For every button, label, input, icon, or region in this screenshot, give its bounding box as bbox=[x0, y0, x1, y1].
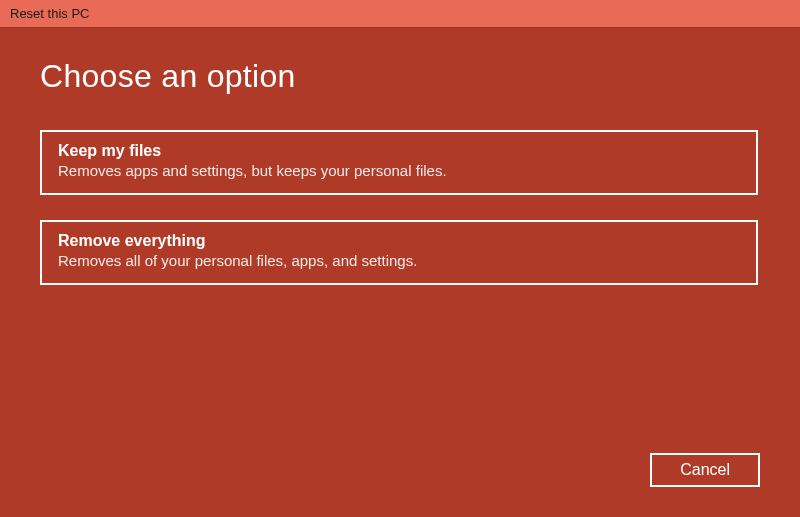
dialog-footer: Cancel bbox=[650, 453, 760, 487]
cancel-button[interactable]: Cancel bbox=[650, 453, 760, 487]
page-title: Choose an option bbox=[40, 58, 760, 95]
option-title: Keep my files bbox=[58, 142, 740, 160]
window-title: Reset this PC bbox=[10, 6, 89, 21]
option-remove-everything[interactable]: Remove everything Removes all of your pe… bbox=[40, 220, 758, 285]
option-title: Remove everything bbox=[58, 232, 740, 250]
titlebar: Reset this PC bbox=[0, 0, 800, 28]
option-description: Removes apps and settings, but keeps you… bbox=[58, 162, 740, 179]
option-description: Removes all of your personal files, apps… bbox=[58, 252, 740, 269]
dialog-content: Choose an option Keep my files Removes a… bbox=[0, 28, 800, 285]
option-keep-my-files[interactable]: Keep my files Removes apps and settings,… bbox=[40, 130, 758, 195]
